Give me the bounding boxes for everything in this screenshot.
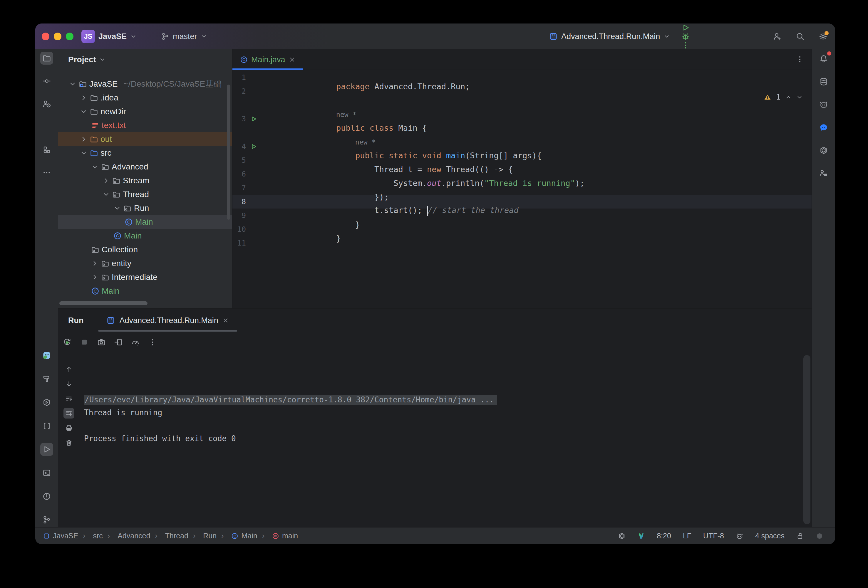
line-number: 7 [232,184,246,192]
chev-down-icon[interactable] [80,108,87,115]
rerun-icon[interactable] [63,338,72,346]
folder-icon [90,108,98,116]
line-number: 2 [232,87,246,96]
project-horizontal-scrollbar[interactable] [59,301,148,305]
status-item[interactable] [816,532,823,540]
user-plus-icon[interactable] [773,32,782,41]
line-number: 8 [232,197,246,206]
project-vertical-scrollbar[interactable] [227,85,230,220]
tree-row[interactable]: C Main [58,284,232,298]
stop-icon[interactable] [80,338,89,346]
tree-row[interactable]: Stream [58,174,232,187]
tree-row[interactable]: entity [58,256,232,270]
svg-text:C: C [94,289,97,293]
chev-down-icon[interactable] [91,163,99,171]
minimize-button[interactable] [54,32,61,40]
breadcrumb-item[interactable]: m main [257,532,298,540]
breadcrumb-item[interactable]: C Main [217,532,257,540]
bug-icon[interactable] [681,32,690,41]
status-item[interactable]: 8:20 [657,532,671,540]
close-button[interactable] [42,32,49,40]
chev-right-icon[interactable] [80,94,87,102]
run-panel-title[interactable]: Run [68,316,83,325]
tree-row[interactable]: out [58,132,232,146]
status-item[interactable]: 4 spaces [755,532,785,540]
tree-row[interactable]: Thread [58,187,232,201]
chev-down-icon[interactable] [663,33,670,40]
gauge-icon[interactable] [131,338,140,346]
chev-up-icon[interactable] [785,94,791,100]
chev-right-icon[interactable] [91,273,99,281]
inspections-widget[interactable]: 1 [764,93,803,101]
more-dots-icon [42,168,51,177]
code-line[interactable]: 11 [232,236,812,250]
method-m-icon: m [272,532,279,539]
class-c-icon: C [240,56,248,63]
status-item[interactable]: UTF-8 [703,532,724,540]
status-item[interactable] [796,532,804,540]
chev-right-icon[interactable] [102,177,110,184]
tree-row[interactable]: text.txt [58,118,232,132]
camera-icon[interactable] [97,338,106,346]
tree-row[interactable]: src [58,146,232,160]
chev-down-icon[interactable] [114,205,121,212]
status-item[interactable]: LF [683,532,691,540]
breadcrumb-item[interactable]: src [78,532,103,540]
close-x-icon[interactable] [223,317,229,324]
database-icon [819,77,828,86]
tree-row[interactable]: C Main [58,229,232,243]
chev-down-icon [130,33,137,40]
run-glyph-icon[interactable] [250,143,257,150]
status-item[interactable] [736,532,743,540]
run-actions [681,24,690,50]
tab-label: Main.java [251,55,285,64]
chev-down-icon[interactable] [80,149,87,157]
status-item[interactable] [618,532,626,540]
tree-row[interactable]: Run [58,201,232,215]
tree-row[interactable]: Advanced [58,160,232,174]
chev-down-icon[interactable] [69,80,77,88]
run-glyph-icon[interactable] [250,115,257,122]
play-icon[interactable] [681,24,690,32]
tree-row[interactable]: C Main [58,215,232,229]
tree-row[interactable]: Collection [58,243,232,256]
kebab-icon[interactable] [148,338,157,346]
console-area: /Users/eve/Library/Java/JavaVirtualMachi… [58,352,812,527]
left-bar-bottom [35,349,58,526]
tree-row[interactable]: JavaSE ~/Desktop/CS/JavaSE基础 [58,77,232,91]
code-editor[interactable]: 1 package Advanced.Thread.Run; 2 [232,70,812,250]
breadcrumb-item[interactable]: Run [188,532,217,540]
zoom-button[interactable] [66,32,74,40]
branch-widget[interactable]: master [161,24,207,49]
chev-right-icon[interactable] [91,259,99,267]
kebab-icon[interactable] [796,55,804,63]
run-toolbar [58,332,812,352]
breadcrumb-item[interactable]: JavaSE [43,532,78,540]
chev-down-icon[interactable] [102,191,110,198]
export-icon[interactable] [114,338,123,346]
tree-row[interactable]: Intermediate [58,270,232,284]
project-panel-title: Project [68,55,96,64]
status-item[interactable] [637,532,645,540]
package-icon [112,190,121,199]
runcfg-icon [106,316,115,325]
project-panel-header[interactable]: Project [58,49,232,70]
console-scrollbar[interactable] [803,355,810,524]
close-x-icon[interactable] [289,56,295,63]
run-tab[interactable]: Advanced.Thread.Run.Main [98,309,237,332]
chat-blue-icon [819,123,828,132]
chev-down-icon[interactable] [796,94,803,100]
breadcrumb-item[interactable]: Advanced [103,532,151,540]
search-icon[interactable] [796,32,805,41]
console-output[interactable]: /Users/eve/Library/Java/JavaVirtualMachi… [79,352,800,445]
project-widget[interactable]: JS JavaSE [81,24,137,49]
run-config-name[interactable]: Advanced.Thread.Run.Main [561,32,660,41]
breadcrumb-item[interactable]: Thread [150,532,188,540]
gear-icon[interactable] [819,32,827,41]
kebab-icon[interactable] [681,41,690,50]
chev-right-icon[interactable] [80,136,87,143]
tree-row[interactable]: newDir [58,105,232,118]
line-number: 1 [232,73,246,82]
svg-text:?: ? [47,104,49,107]
tree-row[interactable]: .idea [58,91,232,105]
